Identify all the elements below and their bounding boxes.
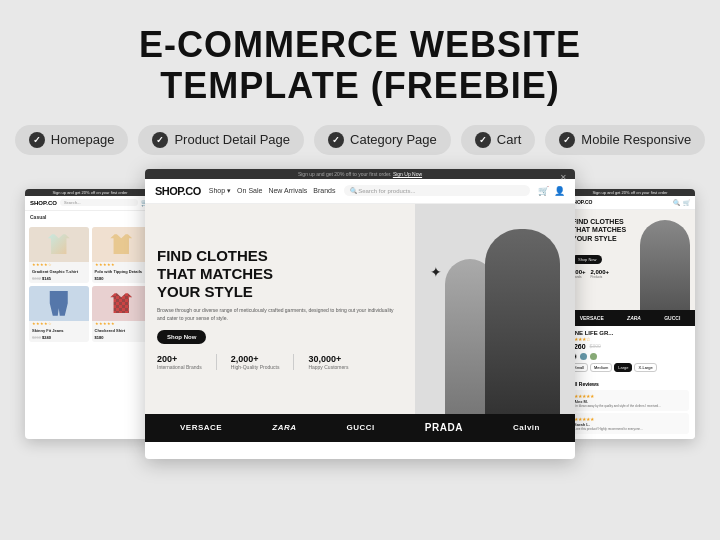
left-section-label: Casual: [25, 211, 155, 223]
page-title: E-COMMERCE WEBSITE TEMPLATE (FREEBIE): [139, 24, 581, 107]
search-bar[interactable]: 🔍 Search for products...: [344, 185, 531, 196]
hero-description: Browse through our diverse range of meti…: [157, 307, 403, 322]
product-card-3[interactable]: ★★★★☆ Skinny Fit Jeans $260 $240: [29, 286, 89, 342]
nav-sale[interactable]: On Sale: [237, 187, 262, 195]
product-grid: ★★★★☆ Gradient Graphic T-shirt $242 $145…: [25, 223, 155, 346]
product-price-2: $180: [92, 276, 152, 283]
badge-cart[interactable]: ✓ Cart: [461, 125, 536, 155]
check-icon: ✓: [29, 132, 45, 148]
shopco-nav: Shop ▾ On Sale New Arrivals Brands: [209, 187, 336, 195]
badge-label: Mobile Responsive: [581, 132, 691, 147]
right-hero: FIND CLOTHES THAT MATCHES YOUR STYLE Sho…: [565, 210, 695, 310]
product-name-4: Checkered Shirt: [92, 326, 152, 335]
badge-label: Cart: [497, 132, 522, 147]
cart-icon[interactable]: 🛒: [538, 186, 549, 196]
left-header: SHOP.CO Search... 🛒: [25, 196, 155, 211]
old-price-1: $242: [32, 276, 41, 281]
size-medium[interactable]: Medium: [590, 363, 612, 372]
header-icons: 🛒 👤: [538, 186, 565, 196]
title-section: E-COMMERCE WEBSITE TEMPLATE (FREEBIE): [119, 0, 601, 125]
right-hero-title: FIND CLOTHES THAT MATCHES YOUR STYLE: [572, 218, 642, 243]
left-search[interactable]: Search...: [60, 199, 138, 206]
right-person-figure: [640, 220, 690, 310]
hero-image: ✦: [415, 204, 575, 414]
hero-title: FIND CLOTHES THAT MATCHES YOUR STYLE: [157, 247, 403, 301]
check-icon: ✓: [475, 132, 491, 148]
check-icon: ✓: [152, 132, 168, 148]
badge-product-detail[interactable]: ✓ Product Detail Page: [138, 125, 304, 155]
product-card-2[interactable]: ★★★★★ Polo with Tipping Details $180: [92, 227, 152, 283]
badge-mobile[interactable]: ✓ Mobile Responsive: [545, 125, 705, 155]
product-price-3: $260 $240: [29, 335, 89, 342]
badge-homepage[interactable]: ✓ Homepage: [15, 125, 129, 155]
left-logo: SHOP.CO: [30, 200, 57, 206]
brand-gucci: GUCCI: [347, 423, 375, 432]
stat-brands: 200+ International Brands: [157, 354, 202, 370]
size-xlarge[interactable]: X-Large: [634, 363, 656, 372]
badge-label: Category Page: [350, 132, 437, 147]
preview-right: Sign up and get 20% off on your first or…: [565, 189, 695, 439]
stat-divider-2: [293, 354, 294, 370]
sparkle-icon: ✦: [430, 264, 442, 280]
polo-icon: [110, 234, 132, 254]
right-price-row: $260 $300: [570, 343, 690, 350]
close-icon[interactable]: ✕: [560, 173, 567, 182]
checkered-shirt-icon: [110, 293, 132, 313]
announce-bar: Sign up and get 20% off to your first or…: [145, 169, 575, 179]
signup-link[interactable]: Sign Up Now: [393, 171, 422, 177]
right-product-section: ONE LIFE GR... ★★★★☆ $260 $300 Small Med…: [565, 326, 695, 376]
badge-category[interactable]: ✓ Category Page: [314, 125, 451, 155]
brand-versace: VERSACE: [180, 423, 222, 432]
right-cart-icon[interactable]: 🛒: [683, 199, 690, 206]
product-card-4[interactable]: ★★★★★ Checkered Shirt $180: [92, 286, 152, 342]
right-header: SHOP.CO 🔍 🛒: [565, 196, 695, 210]
right-shop-btn[interactable]: Shop Now: [572, 255, 602, 264]
right-brand-versace: VERSACE: [580, 315, 604, 321]
color-swatch-green[interactable]: [590, 353, 597, 360]
right-brands-bar: VERSACE ZARA GUCCI: [565, 310, 695, 326]
right-product-stars: ★★★★☆: [570, 336, 690, 342]
check-icon: ✓: [328, 132, 344, 148]
shopco-header: SHOP.CO Shop ▾ On Sale New Arrivals Bran…: [145, 179, 575, 204]
nav-shop[interactable]: Shop ▾: [209, 187, 231, 195]
product-image-3: [29, 286, 89, 321]
color-swatch-blue[interactable]: [580, 353, 587, 360]
stat-customers: 30,000+ Happy Customers: [308, 354, 348, 370]
stat-divider: [216, 354, 217, 370]
right-color-swatches: [570, 353, 690, 360]
size-large[interactable]: Large: [614, 363, 632, 372]
product-card-1[interactable]: ★★★★☆ Gradient Graphic T-shirt $242 $145: [29, 227, 89, 283]
badge-label: Homepage: [51, 132, 115, 147]
review-text-2: Love this product! Highly recommend to e…: [574, 427, 686, 431]
preview-container: Sign up and get 20% off on your first or…: [25, 169, 695, 459]
review-section-title: All Reviews: [571, 381, 689, 387]
hero-content: FIND CLOTHES THAT MATCHES YOUR STYLE Bro…: [145, 204, 415, 414]
brand-zara: ZARA: [272, 423, 296, 432]
user-icon[interactable]: 👤: [554, 186, 565, 196]
right-brand-zara: ZARA: [627, 315, 641, 321]
brands-bar: VERSACE ZARA GUCCI PRADA Calvin: [145, 414, 575, 442]
product-image-1: [29, 227, 89, 262]
product-price-1: $242 $145: [29, 276, 89, 283]
hero-section: FIND CLOTHES THAT MATCHES YOUR STYLE Bro…: [145, 204, 575, 414]
preview-main: Sign up and get 20% off to your first or…: [145, 169, 575, 459]
badge-label: Product Detail Page: [174, 132, 290, 147]
shop-now-button[interactable]: Shop Now: [157, 330, 206, 344]
left-announce-bar: Sign up and get 20% off on your first or…: [25, 189, 155, 196]
page-wrapper: E-COMMERCE WEBSITE TEMPLATE (FREEBIE) ✓ …: [0, 0, 720, 540]
review-text-1: I'm blown away by the quality and style …: [574, 404, 686, 408]
product-price-4: $180: [92, 335, 152, 342]
brand-prada: PRADA: [425, 422, 463, 433]
review-card-2: ★★★★★ Sarah L. Love this product! Highly…: [571, 413, 689, 434]
shopco-logo: SHOP.CO: [155, 185, 201, 197]
review-section: All Reviews ★★★★★ Alex M. I'm blown away…: [565, 376, 695, 439]
nav-new[interactable]: New Arrivals: [268, 187, 307, 195]
product-name-3: Skinny Fit Jeans: [29, 326, 89, 335]
product-image-2: [92, 227, 152, 262]
hero-stats: 200+ International Brands 2,000+ High-Qu…: [157, 354, 403, 370]
product-name-2: Polo with Tipping Details: [92, 267, 152, 276]
right-search-icon[interactable]: 🔍: [673, 199, 680, 206]
right-brand-gucci: GUCCI: [664, 315, 680, 321]
nav-brands[interactable]: Brands: [313, 187, 335, 195]
product-image-4: [92, 286, 152, 321]
